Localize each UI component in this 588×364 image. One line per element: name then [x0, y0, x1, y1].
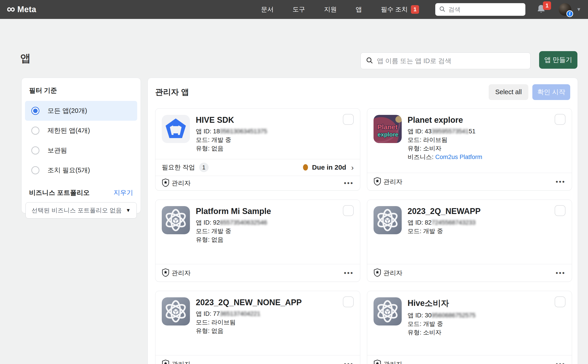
due-text: Due in 20d: [312, 163, 346, 171]
app-icon-default: [162, 206, 190, 234]
app-type: 소비자: [423, 145, 441, 152]
app-mode-line: 모드: 라이브됨: [196, 318, 302, 327]
app-name[interactable]: Hive소비자: [408, 298, 476, 309]
app-card: HIVE SDK 앱 ID: 1805613063451375 모드: 개발 중…: [155, 108, 360, 191]
app-id-hidden: 365137404221: [220, 310, 261, 317]
app-search-input[interactable]: [377, 57, 525, 65]
profile-menu[interactable]: f: [559, 3, 571, 16]
card-footer: 관리자: [156, 264, 360, 282]
select-all-button[interactable]: Select all: [489, 84, 528, 100]
profile-caret-icon[interactable]: [576, 6, 581, 12]
more-options-button[interactable]: [344, 360, 354, 364]
nav-item-docs[interactable]: 문서: [261, 5, 274, 14]
business-portfolio-dropdown[interactable]: 선택된 비즈니스 포트폴리오 없음: [26, 202, 137, 219]
app-search[interactable]: [360, 52, 530, 69]
app-id-line: 앱 ID: 1805613063451375: [196, 127, 267, 136]
radio-icon: [31, 127, 39, 135]
more-options-button[interactable]: [555, 178, 565, 186]
app-icon-default: [373, 206, 402, 234]
app-name[interactable]: 2023_2Q_NEW_NONE_APP: [196, 298, 302, 307]
app-card: 2023_2Q_NEW_NONE_APP 앱 ID: 7736513740422…: [155, 291, 360, 364]
more-options-button[interactable]: [344, 179, 354, 187]
app-card: Hive소비자 앱 ID: 309560686752575 모드: 개발 중 유…: [367, 291, 572, 364]
bell-icon: [536, 11, 547, 15]
filter-panel: 필터 기준 모든 앱(20개) 제한된 앱(4개) 보관됨 조치 필요(5개) …: [21, 78, 141, 213]
admin-shield-icon: [162, 178, 170, 188]
app-id-label: 앱 ID:: [408, 128, 423, 135]
app-name[interactable]: Planet explore: [408, 115, 482, 125]
app-name[interactable]: Platform Mi Sample: [196, 207, 271, 216]
app-mode-label: 모드:: [196, 136, 210, 143]
svg-text:Planet: Planet: [377, 123, 398, 131]
required-actions-row[interactable]: 필요한 작업 1 Due in 20d: [156, 159, 360, 176]
app-mode-label: 모드:: [408, 136, 422, 143]
global-search-input[interactable]: [448, 6, 522, 13]
app-dashboard-screen: ∞ Meta 문서 도구 지원 앱 필수 조치 1 1: [0, 0, 588, 364]
app-id-hidden: 05613063451375: [220, 128, 267, 135]
card-footer: 관리자: [367, 264, 572, 282]
nav-item-tools[interactable]: 도구: [292, 5, 305, 14]
app-select-checkbox[interactable]: [555, 205, 565, 216]
app-mode-label: 모드:: [196, 319, 210, 326]
app-select-checkbox[interactable]: [343, 205, 354, 216]
nav-item-apps[interactable]: 앱: [355, 5, 362, 14]
nav-item-support[interactable]: 지원: [324, 5, 337, 14]
app-select-checkbox[interactable]: [343, 114, 354, 125]
app-id-suffix: 51: [469, 128, 476, 135]
nav-menu: 문서 도구 지원 앱 필수 조치 1: [261, 5, 419, 14]
app-select-checkbox[interactable]: [555, 296, 565, 307]
more-options-button[interactable]: [555, 360, 565, 364]
notifications-button[interactable]: 1: [536, 4, 548, 15]
search-icon: [366, 57, 373, 65]
app-icon-planet: Planet explore: [373, 115, 402, 143]
app-business-link[interactable]: Com2us Platform: [435, 154, 482, 160]
clear-portfolio-link[interactable]: 지우기: [114, 188, 133, 197]
app-id-prefix: 92: [213, 219, 220, 226]
create-app-button[interactable]: 앱 만들기: [539, 51, 577, 69]
admin-role-label: 관리자: [172, 179, 191, 187]
app-icon-default: [373, 297, 402, 325]
app-type-label: 유형:: [196, 145, 210, 152]
app-mode-line: 모드: 개발 중: [408, 227, 481, 235]
admin-shield-icon: [162, 359, 170, 364]
app-type: 없음: [211, 236, 223, 243]
admin-apps-panel: 관리자 앱 Select all 확인 시작 HIVE SDK 앱 ID: 18…: [148, 78, 578, 364]
card-footer: 관리자: [156, 176, 360, 190]
app-id-prefix: 82: [425, 219, 432, 226]
card-footer: 관리자: [156, 355, 360, 364]
admin-role-label: 관리자: [172, 360, 191, 364]
app-mode-line: 모드: 개발 중: [408, 320, 476, 328]
app-name[interactable]: HIVE SDK: [196, 115, 267, 125]
filter-option-archived[interactable]: 보관됨: [25, 141, 137, 160]
app-mode: 개발 중: [211, 228, 231, 234]
portfolio-dropdown-value: 선택된 비즈니스 포트폴리오 없음: [32, 206, 122, 214]
admin-shield-icon: [373, 177, 381, 187]
brand-name: Meta: [17, 5, 36, 14]
app-card: 2023_2Q_NEWAPP 앱 ID: 827245568743233 모드:…: [367, 200, 572, 282]
app-type-line: 유형: 없음: [196, 235, 271, 244]
app-type: 소비자: [423, 329, 441, 336]
admin-role-label: 관리자: [383, 269, 402, 277]
filter-option-all-apps[interactable]: 모든 앱(20개): [25, 101, 137, 121]
required-actions-count: 1: [199, 163, 209, 172]
app-mode-line: 모드: 개발 중: [196, 136, 267, 144]
required-actions-label: 필요한 작업: [162, 163, 195, 172]
app-id-label: 앱 ID:: [408, 312, 423, 319]
nav-item-required-actions[interactable]: 필수 조치 1: [381, 5, 419, 14]
more-options-button[interactable]: [555, 269, 565, 277]
app-id-label: 앱 ID:: [196, 219, 211, 226]
app-id-line: 앱 ID: 309560686752575: [408, 311, 476, 320]
app-select-checkbox[interactable]: [555, 114, 565, 125]
app-icon-default: [162, 297, 190, 325]
meta-logo[interactable]: ∞ Meta: [7, 5, 36, 14]
filter-option-restricted-apps[interactable]: 제한된 앱(4개): [25, 121, 137, 141]
search-icon: [439, 6, 446, 13]
start-review-button[interactable]: 확인 시작: [532, 84, 570, 100]
more-options-button[interactable]: [344, 269, 354, 277]
app-select-checkbox[interactable]: [343, 296, 354, 307]
filter-option-action-needed[interactable]: 조치 필요(5개): [25, 160, 137, 180]
global-search[interactable]: [435, 3, 525, 16]
app-name[interactable]: 2023_2Q_NEWAPP: [408, 207, 481, 216]
admin-shield-icon: [373, 359, 381, 364]
admin-role-label: 관리자: [383, 177, 402, 186]
